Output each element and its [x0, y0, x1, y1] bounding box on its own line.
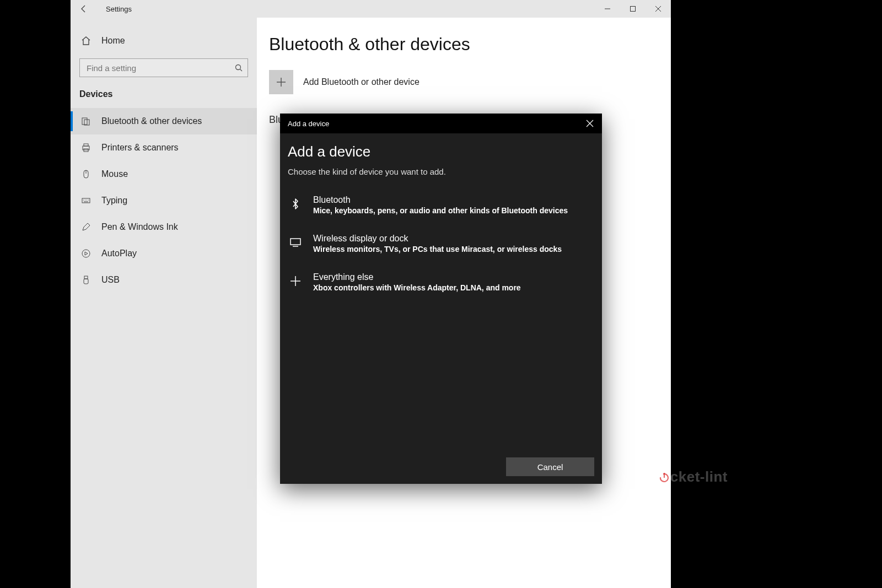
- close-icon: [586, 120, 594, 127]
- sidebar-item-label: Mouse: [101, 169, 128, 179]
- svg-rect-22: [291, 239, 300, 245]
- device-option-subtitle: Mice, keyboards, pens, or audio and othe…: [313, 206, 568, 215]
- device-option-title: Bluetooth: [313, 195, 568, 205]
- search-input[interactable]: [79, 58, 248, 77]
- mouse-icon: [80, 169, 92, 180]
- dialog-titlebar: Add a device: [280, 114, 602, 133]
- pen-icon: [80, 222, 92, 233]
- minimize-button[interactable]: [595, 0, 620, 18]
- sidebar: Home Devices Bluetooth & other devices: [71, 18, 257, 588]
- dialog-body: Add a device Choose the kind of device y…: [280, 133, 602, 452]
- watermark-prefix: P: [648, 468, 658, 485]
- sidebar-item-pen[interactable]: Pen & Windows Ink: [71, 214, 257, 240]
- sidebar-item-mouse[interactable]: Mouse: [71, 161, 257, 187]
- svg-rect-18: [84, 276, 88, 279]
- back-button[interactable]: [71, 0, 97, 18]
- device-option-subtitle: Xbox controllers with Wireless Adapter, …: [313, 283, 521, 292]
- sidebar-item-usb[interactable]: USB: [71, 267, 257, 293]
- device-option-text: Bluetooth Mice, keyboards, pens, or audi…: [313, 195, 568, 215]
- close-icon: [655, 6, 662, 12]
- cancel-button[interactable]: Cancel: [506, 457, 594, 476]
- device-option-wireless-display[interactable]: Wireless display or dock Wireless monito…: [288, 225, 594, 263]
- search-wrap: [71, 53, 257, 86]
- svg-point-17: [82, 250, 90, 257]
- sidebar-item-typing[interactable]: Typing: [71, 187, 257, 214]
- sidebar-item-label: AutoPlay: [101, 249, 137, 258]
- maximize-button[interactable]: [620, 0, 646, 18]
- page-title: Bluetooth & other devices: [269, 34, 659, 55]
- printer-icon: [80, 142, 92, 153]
- device-option-bluetooth[interactable]: Bluetooth Mice, keyboards, pens, or audi…: [288, 186, 594, 225]
- plus-icon: [275, 76, 287, 88]
- maximize-icon: [630, 6, 636, 12]
- usb-icon: [80, 274, 92, 285]
- dialog-footer: Cancel: [280, 452, 602, 484]
- add-device-button[interactable]: Add Bluetooth or other device: [269, 70, 659, 94]
- sidebar-item-label: Pen & Windows Ink: [101, 222, 178, 232]
- sidebar-item-label: Printers & scanners: [101, 143, 179, 153]
- device-option-title: Wireless display or dock: [313, 234, 562, 244]
- device-option-text: Wireless display or dock Wireless monito…: [313, 234, 562, 253]
- device-option-everything-else[interactable]: Everything else Xbox controllers with Wi…: [288, 263, 594, 302]
- watermark-suffix: cket-lint: [670, 468, 728, 485]
- add-device-dialog: Add a device Add a device Choose the kin…: [280, 114, 602, 484]
- svg-rect-7: [84, 144, 88, 146]
- sidebar-item-label: Typing: [101, 196, 127, 206]
- add-device-label: Add Bluetooth or other device: [303, 77, 420, 87]
- sidebar-item-printers[interactable]: Printers & scanners: [71, 134, 257, 161]
- sidebar-item-label: Bluetooth & other devices: [101, 116, 202, 126]
- device-option-title: Everything else: [313, 272, 521, 282]
- svg-rect-11: [82, 198, 90, 203]
- device-option-text: Everything else Xbox controllers with Wi…: [313, 272, 521, 292]
- device-option-subtitle: Wireless monitors, TVs, or PCs that use …: [313, 245, 562, 253]
- plus-box: [269, 70, 293, 94]
- svg-line-3: [240, 69, 243, 72]
- bluetooth-devices-icon: [80, 116, 92, 127]
- dialog-subheading: Choose the kind of device you want to ad…: [288, 167, 594, 176]
- window-title: Settings: [97, 5, 595, 13]
- power-icon: [659, 472, 670, 483]
- bluetooth-icon: [288, 196, 303, 212]
- window-titlebar: Settings: [71, 0, 671, 18]
- window-controls: [595, 0, 671, 18]
- minimize-icon: [604, 6, 611, 12]
- settings-window: Settings Home: [71, 0, 671, 588]
- sidebar-item-bluetooth[interactable]: Bluetooth & other devices: [71, 108, 257, 134]
- watermark: P cket-lint: [648, 468, 728, 485]
- autoplay-icon: [80, 248, 92, 259]
- sidebar-item-autoplay[interactable]: AutoPlay: [71, 240, 257, 267]
- home-label: Home: [101, 36, 125, 46]
- dialog-heading: Add a device: [288, 143, 594, 160]
- arrow-left-icon: [79, 4, 88, 13]
- home-icon: [80, 35, 92, 46]
- keyboard-icon: [80, 195, 92, 206]
- close-button[interactable]: [646, 0, 671, 18]
- search-icon: [235, 64, 243, 72]
- svg-point-2: [236, 65, 241, 70]
- display-icon: [288, 235, 303, 250]
- plus-icon: [288, 273, 303, 289]
- dialog-titlebar-title: Add a device: [288, 120, 329, 128]
- svg-rect-1: [631, 7, 636, 12]
- sidebar-group-label: Devices: [71, 86, 257, 108]
- dialog-close-button[interactable]: [578, 114, 602, 133]
- svg-rect-19: [84, 279, 88, 284]
- sidebar-item-label: USB: [101, 275, 120, 285]
- home-nav[interactable]: Home: [71, 29, 257, 53]
